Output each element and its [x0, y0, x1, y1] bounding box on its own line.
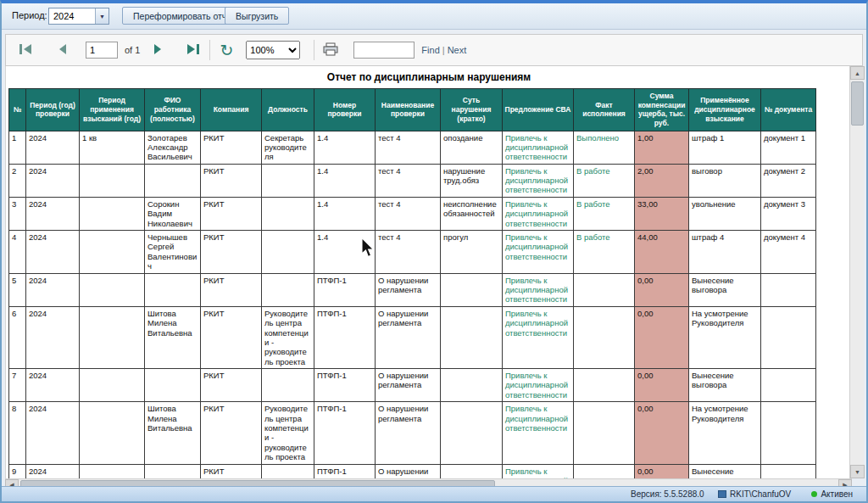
table-cell — [145, 164, 201, 197]
table-cell — [80, 273, 145, 306]
vertical-scrollbar[interactable]: ▲ ▼ — [849, 66, 864, 478]
app-window: Период: 2024 ▼ Переформировать отчет Выг… — [0, 0, 868, 503]
table-cell: Вынесение выговора — [689, 369, 761, 402]
export-button[interactable]: Выгрузить — [225, 7, 289, 25]
table-cell: тест 4 — [376, 197, 441, 230]
table-cell: 0,00 — [635, 306, 689, 368]
prev-page-button[interactable] — [52, 39, 74, 61]
prev-page-icon — [57, 43, 69, 55]
table-cell: документ 2 — [761, 164, 816, 197]
refresh-button[interactable]: ↻ — [215, 39, 237, 61]
table-cell — [145, 369, 201, 402]
table-cell: тест 4 — [376, 231, 441, 274]
page-number-input[interactable] — [86, 42, 118, 59]
table-cell — [761, 402, 816, 464]
table-cell: Выполнено — [574, 131, 635, 164]
table-cell: На усмотрение Руководителя — [689, 402, 761, 464]
next-page-button[interactable] — [147, 39, 169, 61]
table-cell: 2024 — [26, 306, 80, 368]
first-page-icon — [19, 43, 32, 55]
period-value: 2024 — [49, 11, 95, 21]
scroll-down-icon[interactable]: ▼ — [850, 465, 865, 478]
table-cell — [761, 306, 816, 368]
table-cell: 8 — [9, 402, 26, 464]
table-cell: неисполнение обязанностей — [441, 197, 503, 230]
toolbar-separator — [209, 40, 210, 60]
last-page-button[interactable] — [182, 39, 204, 61]
table-cell — [574, 464, 635, 478]
parameter-bar: Период: 2024 ▼ Переформировать отчет Выг… — [2, 3, 866, 30]
table-cell — [441, 273, 503, 306]
zoom-select[interactable]: 100% — [246, 41, 300, 59]
table-cell: 0,00 — [635, 402, 689, 464]
table-row: 52024РКИТПТФП-1О нарушении регламентаПри… — [9, 273, 816, 306]
column-header-13: № документа — [761, 89, 816, 131]
table-cell: Привлечь к дисциплинарной ответственност… — [503, 369, 574, 402]
period-label: Период: — [12, 10, 47, 20]
column-header-5: Должность — [262, 89, 314, 131]
table-cell — [80, 306, 145, 368]
search-input[interactable] — [353, 42, 415, 59]
scroll-up-icon[interactable]: ▲ — [850, 66, 865, 80]
table-cell: РКИТ — [201, 306, 262, 368]
table-cell — [574, 369, 635, 402]
vertical-scrollbar-thumb[interactable] — [851, 81, 864, 126]
table-cell — [262, 197, 314, 230]
report-viewport[interactable]: Отчет по дисциплинарным нарушениям №Пери… — [5, 66, 852, 478]
table-row: 82024Шитова Милена ВитальевнаРКИТРуковод… — [9, 402, 816, 464]
table-cell — [80, 164, 145, 197]
report-toolbar: of 1 ↻ 100% Find|Next — [5, 34, 863, 66]
table-row: 32024Сорокин Вадим НиколаевичРКИТ1.4тест… — [9, 197, 816, 230]
table-cell: РКИТ — [201, 197, 262, 230]
table-cell: Шитова Милена Витальевна — [145, 402, 201, 464]
find-link[interactable]: Find — [421, 45, 439, 55]
find-next-links: Find|Next — [421, 45, 466, 55]
table-cell: О нарушении регламента — [376, 306, 441, 368]
current-user: RKIT\ChanfuOV — [718, 489, 791, 499]
table-cell: тест 4 — [376, 164, 441, 197]
table-cell: Секретарь руководителя — [262, 131, 314, 164]
table-cell: 2024 — [26, 273, 80, 306]
next-link[interactable]: Next — [448, 45, 467, 55]
report-table: №Период (год) проверкиПериод применения … — [8, 88, 816, 478]
report-title: Отчет по дисциплинарным нарушениям — [6, 66, 852, 88]
column-header-0: № — [9, 89, 26, 131]
first-page-button[interactable] — [14, 39, 36, 61]
table-cell — [574, 273, 635, 306]
table-cell: На усмотрение Руководителя — [689, 306, 761, 368]
print-button[interactable] — [320, 39, 342, 61]
table-cell — [145, 273, 201, 306]
table-cell: О нарушении регламента — [376, 369, 441, 402]
table-cell: РКИТ — [201, 369, 262, 402]
table-cell: документ 4 — [761, 231, 816, 274]
page-count-label: of 1 — [125, 45, 140, 55]
table-row: 72024РКИТПТФП-1О нарушении регламентаПри… — [9, 369, 816, 402]
table-cell: В работе — [574, 164, 635, 197]
table-cell: ПТФП-1 — [314, 402, 376, 464]
table-row: 22024РКИТ1.4тест 4нарушение труд.обязПри… — [9, 164, 816, 197]
table-cell — [441, 306, 503, 368]
find-next-divider: | — [442, 45, 445, 55]
table-cell: РКИТ — [201, 131, 262, 164]
toolbar-separator — [314, 40, 314, 60]
table-cell: 0,00 — [635, 464, 689, 478]
table-cell: О нарушении регламента — [376, 402, 441, 464]
table-cell — [262, 164, 314, 197]
column-header-10: Факт исполнения — [574, 89, 635, 131]
table-cell — [80, 231, 145, 274]
table-cell — [441, 369, 503, 402]
chevron-down-icon[interactable]: ▼ — [95, 8, 108, 24]
period-dropdown[interactable]: 2024 ▼ — [48, 8, 109, 25]
table-cell: документ 3 — [761, 197, 816, 230]
table-cell: документ 1 — [761, 131, 816, 164]
table-cell: Вынесение выговора — [689, 273, 761, 306]
table-cell: выговор — [689, 164, 761, 197]
table-cell — [262, 464, 314, 478]
table-cell: 2024 — [26, 197, 80, 230]
active-status-dot — [811, 491, 817, 497]
column-header-2: Период применения взысканий (год) — [80, 89, 145, 131]
table-cell — [441, 402, 503, 464]
table-cell: 1,00 — [635, 131, 689, 164]
table-cell: Привлечь к дисциплинарной ответственност… — [503, 164, 574, 197]
table-cell: Привлечь к дисциплинарной ответственност… — [503, 273, 574, 306]
